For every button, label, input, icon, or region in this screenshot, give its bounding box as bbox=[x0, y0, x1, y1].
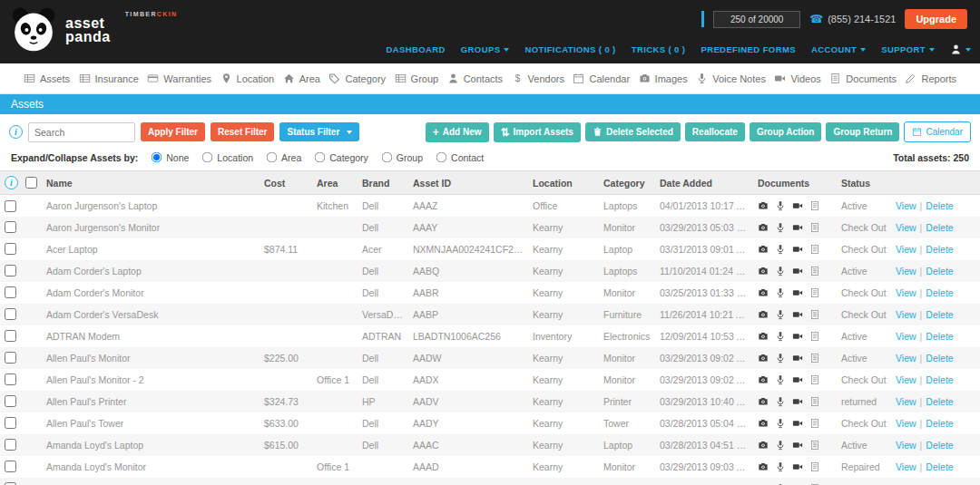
reallocate-button[interactable]: Reallocate bbox=[685, 122, 745, 141]
mic-icon[interactable] bbox=[775, 374, 786, 385]
delete-link[interactable]: Delete bbox=[926, 200, 953, 211]
import-assets-button[interactable]: ⇅Import Assets bbox=[494, 122, 581, 142]
column-header-cost[interactable]: Cost bbox=[260, 171, 312, 195]
apply-filter-button[interactable]: Apply Filter bbox=[141, 122, 205, 141]
column-header-name[interactable]: Name bbox=[42, 171, 260, 195]
expand-option-category[interactable]: Category bbox=[314, 151, 368, 163]
group-return-button[interactable]: Group Return bbox=[826, 122, 899, 141]
camera-icon[interactable] bbox=[758, 331, 769, 342]
camera-icon[interactable] bbox=[758, 222, 769, 233]
video-icon[interactable] bbox=[792, 418, 803, 429]
camera-icon[interactable] bbox=[758, 396, 769, 407]
video-icon[interactable] bbox=[792, 200, 803, 211]
calendar-button[interactable]: Calendar bbox=[904, 121, 971, 142]
expand-option-group[interactable]: Group bbox=[381, 151, 423, 163]
group-action-button[interactable]: Group Action bbox=[750, 122, 822, 141]
module-calendar[interactable]: Calendar bbox=[573, 73, 630, 84]
search-input[interactable] bbox=[28, 122, 135, 142]
mic-icon[interactable] bbox=[775, 353, 786, 364]
delete-link[interactable]: Delete bbox=[926, 222, 953, 233]
row-checkbox[interactable] bbox=[5, 395, 16, 407]
column-header-area[interactable]: Area bbox=[312, 171, 358, 195]
view-link[interactable]: View bbox=[896, 461, 916, 472]
video-icon[interactable] bbox=[792, 331, 803, 342]
delete-link[interactable]: Delete bbox=[926, 374, 953, 385]
select-all-checkbox[interactable] bbox=[25, 177, 37, 189]
expand-option-contact[interactable]: Contact bbox=[436, 151, 484, 163]
expand-option-area[interactable]: Area bbox=[266, 151, 301, 163]
module-group[interactable]: Group bbox=[395, 73, 439, 84]
document-icon[interactable] bbox=[809, 309, 820, 320]
module-reports[interactable]: Reports bbox=[905, 73, 956, 84]
mic-icon[interactable] bbox=[775, 200, 786, 211]
camera-icon[interactable] bbox=[758, 200, 769, 211]
info-icon[interactable]: i bbox=[9, 125, 23, 139]
mic-icon[interactable] bbox=[775, 287, 786, 298]
camera-icon[interactable] bbox=[758, 309, 769, 320]
document-icon[interactable] bbox=[809, 396, 820, 407]
view-link[interactable]: View bbox=[896, 244, 916, 255]
module-assets[interactable]: Assets bbox=[24, 73, 70, 84]
column-header-category[interactable]: Category bbox=[599, 171, 655, 195]
view-link[interactable]: View bbox=[896, 287, 916, 298]
column-header-date_added[interactable]: Date Added bbox=[655, 171, 753, 195]
document-icon[interactable] bbox=[809, 440, 820, 451]
document-icon[interactable] bbox=[809, 266, 820, 276]
view-link[interactable]: View bbox=[896, 353, 916, 364]
asset-panda-logo[interactable]: asset panda TIMBERCKIN bbox=[9, 5, 178, 54]
topnav-groups[interactable]: GROUPS bbox=[461, 44, 510, 54]
mic-icon[interactable] bbox=[775, 222, 786, 233]
row-checkbox[interactable] bbox=[5, 461, 16, 472]
row-checkbox[interactable] bbox=[5, 221, 16, 233]
camera-icon[interactable] bbox=[758, 244, 769, 255]
view-link[interactable]: View bbox=[896, 440, 916, 451]
topnav-tricks-0[interactable]: TRICKS ( 0 ) bbox=[632, 44, 686, 54]
view-link[interactable]: View bbox=[896, 200, 916, 211]
delete-link[interactable]: Delete bbox=[926, 244, 953, 255]
delete-link[interactable]: Delete bbox=[926, 309, 953, 320]
video-icon[interactable] bbox=[792, 287, 803, 298]
add-new-button[interactable]: +Add New bbox=[426, 122, 489, 142]
camera-icon[interactable] bbox=[758, 374, 769, 385]
video-icon[interactable] bbox=[792, 266, 803, 276]
view-link[interactable]: View bbox=[896, 309, 916, 320]
column-header-status[interactable]: Status bbox=[837, 171, 891, 195]
view-link[interactable]: View bbox=[896, 331, 916, 342]
view-link[interactable]: View bbox=[896, 266, 916, 276]
document-icon[interactable] bbox=[809, 222, 820, 233]
module-warranties[interactable]: Warranties bbox=[147, 73, 211, 84]
document-icon[interactable] bbox=[809, 374, 820, 385]
document-icon[interactable] bbox=[809, 461, 820, 472]
document-icon[interactable] bbox=[809, 418, 820, 429]
module-voice-notes[interactable]: Voice Notes bbox=[696, 73, 766, 84]
video-icon[interactable] bbox=[792, 309, 803, 320]
delete-link[interactable]: Delete bbox=[926, 396, 953, 407]
module-category[interactable]: Category bbox=[328, 73, 386, 84]
mic-icon[interactable] bbox=[775, 244, 786, 255]
row-checkbox[interactable] bbox=[5, 200, 16, 212]
row-checkbox[interactable] bbox=[5, 308, 16, 320]
row-checkbox[interactable] bbox=[5, 265, 16, 276]
info-icon[interactable]: i bbox=[5, 176, 18, 189]
mic-icon[interactable] bbox=[775, 418, 786, 429]
view-link[interactable]: View bbox=[896, 396, 916, 407]
module-images[interactable]: Images bbox=[639, 73, 688, 84]
camera-icon[interactable] bbox=[758, 287, 769, 298]
topnav-notifications-0[interactable]: NOTIFICATIONS ( 0 ) bbox=[524, 44, 615, 54]
delete-link[interactable]: Delete bbox=[926, 418, 953, 429]
row-checkbox[interactable] bbox=[5, 373, 16, 385]
expand-option-none[interactable]: None bbox=[151, 151, 189, 163]
camera-icon[interactable] bbox=[758, 461, 769, 472]
mic-icon[interactable] bbox=[775, 309, 786, 320]
radio-location[interactable] bbox=[202, 152, 213, 163]
video-icon[interactable] bbox=[792, 374, 803, 385]
view-link[interactable]: View bbox=[896, 374, 916, 385]
camera-icon[interactable] bbox=[758, 266, 769, 276]
document-icon[interactable] bbox=[809, 331, 820, 342]
topnav-dashboard[interactable]: DASHBOARD bbox=[386, 44, 445, 54]
video-icon[interactable] bbox=[792, 396, 803, 407]
row-checkbox[interactable] bbox=[5, 417, 16, 429]
module-insurance[interactable]: Insurance bbox=[79, 73, 139, 84]
row-checkbox[interactable] bbox=[5, 243, 16, 255]
video-icon[interactable] bbox=[792, 222, 803, 233]
